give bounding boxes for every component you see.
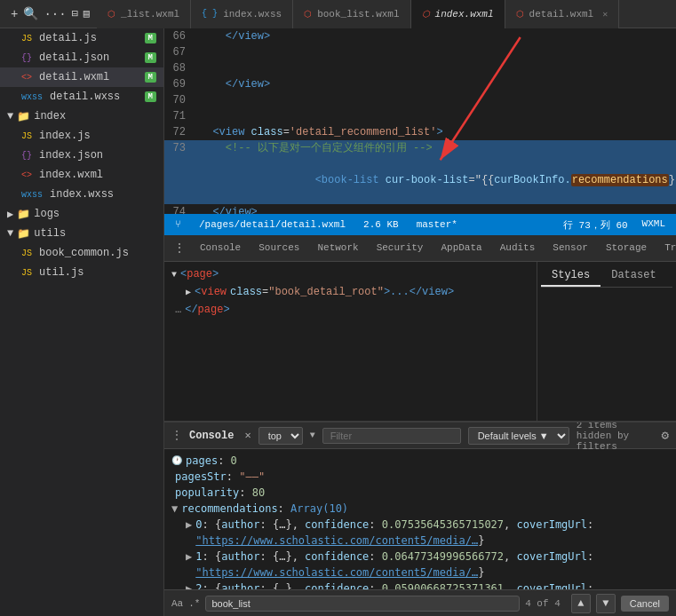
- code-line: 66 </view>: [164, 28, 676, 44]
- dom-arrow-icon[interactable]: ▶: [186, 287, 191, 297]
- line-number: 68: [164, 60, 196, 76]
- expand-icon[interactable]: ▶: [186, 580, 192, 589]
- devtools-menu-icon[interactable]: ⋮: [168, 241, 191, 256]
- tab-label: index.wxss: [223, 9, 282, 20]
- sidebar-item-util-js[interactable]: JS util.js: [0, 263, 163, 282]
- sidebar-item-utils-folder[interactable]: ▼ 📁 utils: [0, 224, 163, 243]
- sidebar-label: index: [34, 110, 66, 122]
- sidebar-label: book_common.js: [39, 247, 129, 259]
- sidebar-label: logs: [34, 208, 60, 220]
- tab-dataset[interactable]: Dataset: [600, 265, 666, 287]
- console-context-select[interactable]: top: [258, 427, 303, 445]
- tab-storage[interactable]: Storage: [597, 235, 656, 262]
- expand-icon[interactable]: ▶: [186, 549, 192, 565]
- search-bar: Aa .* 4 of 4 ▲ ▼ Cancel: [164, 589, 676, 616]
- tab-audits[interactable]: Audits: [491, 235, 545, 262]
- sidebar-item-detail-wxss[interactable]: wxss detail.wxss M: [0, 87, 163, 107]
- sidebar-item-index-wxss[interactable]: wxss index.wxss: [0, 185, 163, 204]
- dom-line[interactable]: ▼ <page>: [171, 265, 529, 283]
- wxml-icon: <>: [21, 73, 32, 83]
- tab-security[interactable]: Security: [368, 235, 433, 262]
- search-input[interactable]: [211, 598, 513, 609]
- dom-line[interactable]: ▶ <view class="book_detail_root" >...</v…: [186, 283, 529, 301]
- line-content: <view class='detail_recommend_list'>: [196, 124, 676, 140]
- tab-lang-icon: ⬡: [304, 9, 312, 20]
- console-filter-input[interactable]: [322, 428, 461, 444]
- dom-panel[interactable]: ▼ <page> ▶ <view class="book_detail_root…: [164, 262, 537, 421]
- tab-index-wxml[interactable]: ⬡ index.wxml: [411, 0, 505, 28]
- dom-attr-name: class: [230, 286, 262, 298]
- search-aa-label: Aa: [171, 598, 183, 609]
- dom-tag: >: [223, 304, 229, 316]
- search-next-button[interactable]: ▼: [596, 594, 616, 613]
- tab-network[interactable]: Network: [308, 235, 367, 262]
- console-close-icon[interactable]: ✕: [244, 429, 251, 442]
- dom-tag-name: page: [187, 268, 212, 280]
- console-toolbar: ⋮ Console ✕ top ▼ Default levels ▼ 2 ite…: [164, 423, 676, 449]
- folder-icon: 📁: [17, 227, 30, 241]
- devtools-body: ▼ <page> ▶ <view class="book_detail_root…: [164, 262, 676, 421]
- layout-icon[interactable]: ▤: [84, 7, 90, 20]
- dom-arrow-icon[interactable]: ▼: [171, 270, 177, 280]
- tab-book-list-wxml[interactable]: ⬡ book_list.wxml: [293, 0, 410, 28]
- tab-sensor[interactable]: Sensor: [544, 235, 597, 262]
- console-output[interactable]: 🕐 pages: 0 pagesStr: "——": [164, 449, 676, 589]
- sidebar-item-index-wxml[interactable]: <> index.wxml: [0, 165, 163, 185]
- js-icon: JS: [21, 249, 32, 258]
- line-number: 72: [164, 124, 196, 140]
- sidebar-item-detail-wxml[interactable]: <> detail.wxml M: [0, 67, 163, 87]
- tab-label: Network: [317, 242, 358, 253]
- tab-styles[interactable]: Styles: [541, 265, 600, 287]
- search-cancel-button[interactable]: Cancel: [621, 596, 669, 612]
- tab-label: index.wxml: [435, 9, 494, 20]
- lang-indicator: WXML: [642, 218, 665, 232]
- console-icon[interactable]: ⋮: [171, 429, 182, 442]
- folder-arrow-icon: ▼: [7, 227, 13, 240]
- sidebar-label: detail.wxss: [50, 91, 120, 103]
- code-content[interactable]: 66 </view> 67 68 69: [164, 28, 676, 214]
- context-arrow-icon: ▼: [310, 430, 315, 440]
- dom-tag: <: [180, 268, 187, 280]
- more-icon[interactable]: ···: [44, 7, 66, 21]
- tab-sources[interactable]: Sources: [250, 235, 308, 262]
- tab-appdata[interactable]: AppData: [432, 235, 490, 262]
- code-line: 72 <view class='detail_recommend_list'>: [164, 124, 676, 140]
- sidebar-item-index-json[interactable]: {} index.json: [0, 146, 163, 165]
- line-number: 66: [164, 28, 196, 44]
- close-tab-icon[interactable]: ✕: [602, 9, 608, 20]
- split-icon[interactable]: ⊟: [72, 7, 78, 20]
- tab-trace[interactable]: Trace: [656, 235, 676, 262]
- cursor-position: 行 73，列 60: [563, 218, 628, 232]
- line-number: 69: [164, 76, 196, 92]
- sidebar-item-logs-folder[interactable]: ▶ 📁 logs: [0, 204, 163, 224]
- js-icon: JS: [21, 268, 32, 278]
- expand-icon[interactable]: ▶: [186, 517, 192, 533]
- dom-line: … </page>: [171, 301, 529, 319]
- code-line: 69 </view>: [164, 76, 676, 92]
- tab-label: book_list.wxml: [317, 9, 399, 20]
- sidebar-item-detail-json[interactable]: {} detail.json M: [0, 48, 163, 67]
- sidebar-item-book-common-js[interactable]: JS book_common.js: [0, 243, 163, 263]
- sidebar: JS detail.js M {} detail.json M <> detai…: [0, 28, 164, 616]
- expand-icon[interactable]: ▼: [171, 501, 178, 517]
- tab-list-wxml[interactable]: ⬡ _list.wxml: [97, 0, 191, 28]
- line-number: 74: [164, 204, 196, 214]
- sidebar-item-index-folder[interactable]: ▼ 📁 index: [0, 107, 163, 126]
- gear-icon[interactable]: ⚙: [662, 428, 669, 443]
- sidebar-item-detail-js[interactable]: JS detail.js M: [0, 28, 163, 48]
- git-branch: master*: [417, 219, 457, 230]
- search-prev-button[interactable]: ▲: [571, 594, 591, 613]
- plus-icon[interactable]: +: [11, 7, 18, 21]
- sidebar-item-index-js[interactable]: JS index.js: [0, 126, 163, 146]
- code-line: 70: [164, 92, 676, 108]
- console-levels-select[interactable]: Default levels ▼: [468, 427, 569, 445]
- line-number: 70: [164, 92, 196, 108]
- console-line: popularity: 80: [171, 485, 669, 501]
- tab-label: Storage: [606, 242, 647, 253]
- search-icon[interactable]: 🔍: [23, 6, 38, 21]
- json-icon: {}: [21, 151, 32, 161]
- tab-index-wxss[interactable]: { } index.wxss: [191, 0, 293, 28]
- tab-detail-wxml[interactable]: ⬡ detail.wxml ✕: [505, 0, 620, 28]
- tab-label: Trace: [664, 242, 676, 253]
- tab-console[interactable]: Console: [191, 235, 250, 262]
